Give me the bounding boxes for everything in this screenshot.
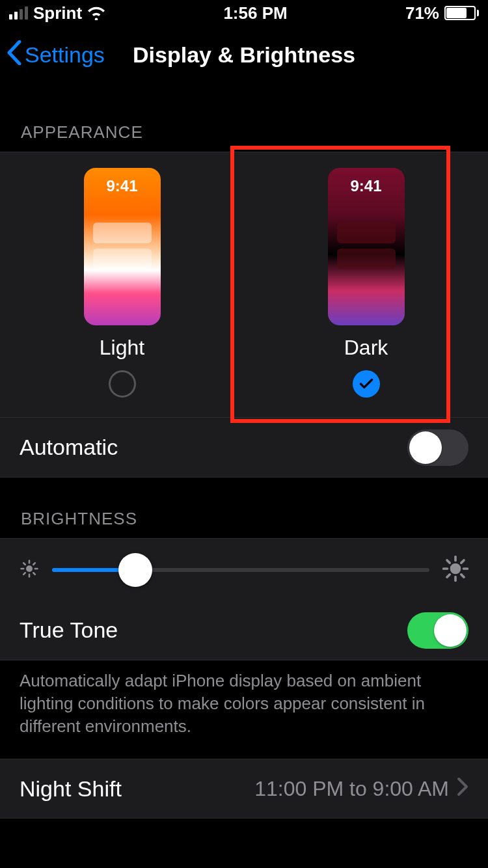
section-header-appearance: APPEARANCE	[0, 83, 488, 152]
svg-point-9	[450, 563, 461, 574]
svg-point-0	[26, 565, 33, 572]
nav-bar: Settings Display & Brightness	[0, 26, 488, 83]
brightness-slider[interactable]	[52, 568, 429, 572]
svg-line-17	[461, 560, 464, 563]
page-title: Display & Brightness	[133, 42, 355, 68]
true-tone-row[interactable]: True Tone	[0, 601, 488, 660]
night-shift-row[interactable]: Night Shift 11:00 PM to 9:00 AM	[0, 759, 488, 819]
dark-radio[interactable]	[353, 370, 380, 398]
carrier-label: Sprint	[33, 3, 82, 23]
section-header-brightness: BRIGHTNESS	[0, 478, 488, 538]
battery-icon	[444, 6, 479, 20]
preview-time: 9:41	[84, 177, 161, 195]
light-radio[interactable]	[109, 370, 136, 398]
night-shift-detail: 11:00 PM to 9:00 AM	[254, 777, 449, 801]
svg-line-14	[447, 560, 450, 563]
svg-line-15	[461, 574, 464, 576]
checkmark-icon	[358, 375, 375, 392]
night-shift-label: Night Shift	[20, 776, 122, 802]
true-tone-label: True Tone	[20, 617, 118, 643]
back-button[interactable]: Settings	[0, 40, 105, 70]
appearance-option-dark[interactable]: 9:41 Dark	[244, 168, 488, 398]
dark-mode-preview: 9:41	[328, 168, 405, 325]
automatic-row[interactable]: Automatic	[0, 418, 488, 478]
sun-small-icon	[20, 559, 39, 581]
true-tone-description: Automatically adapt iPhone display based…	[0, 660, 488, 759]
appearance-option-light[interactable]: 9:41 Light	[0, 168, 244, 398]
svg-line-16	[447, 574, 450, 576]
brightness-slider-row	[0, 538, 488, 601]
svg-line-6	[33, 573, 35, 575]
svg-line-8	[33, 563, 35, 565]
cellular-signal-icon	[9, 7, 28, 20]
chevron-left-icon	[7, 40, 22, 70]
wifi-icon	[87, 6, 105, 20]
automatic-toggle[interactable]	[407, 429, 468, 466]
automatic-label: Automatic	[20, 435, 118, 460]
svg-line-5	[23, 563, 25, 565]
preview-time: 9:41	[328, 177, 405, 195]
dark-label: Dark	[344, 336, 388, 360]
status-right: 71%	[405, 3, 479, 23]
status-bar: Sprint 1:56 PM 71%	[0, 0, 488, 26]
svg-line-7	[23, 573, 25, 575]
light-label: Light	[100, 336, 144, 360]
back-label: Settings	[25, 42, 105, 68]
chevron-right-icon	[457, 775, 468, 802]
sun-large-icon	[442, 556, 468, 584]
status-time: 1:56 PM	[223, 3, 287, 23]
status-left: Sprint	[9, 3, 105, 23]
light-mode-preview: 9:41	[84, 168, 161, 325]
slider-knob[interactable]	[118, 553, 152, 587]
appearance-panel: 9:41 Light 9:41 Dark	[0, 152, 488, 418]
battery-percent: 71%	[405, 3, 439, 23]
true-tone-toggle[interactable]	[407, 612, 468, 649]
